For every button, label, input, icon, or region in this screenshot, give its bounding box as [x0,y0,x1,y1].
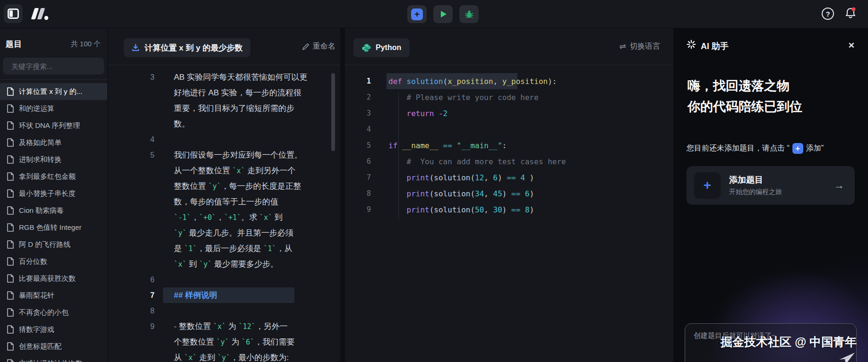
problem-list-item[interactable]: 最小替换子串长度 [0,185,107,202]
problem-item-label: 拿到最多红包金额 [19,172,76,181]
panel-left-icon [8,8,19,19]
divider [0,79,107,80]
problem-list-item[interactable]: 创意标题匹配 [0,338,107,355]
problem-list-item[interactable]: 猜数字游戏 [0,321,107,338]
problem-list-item[interactable]: 拿到最多红包金额 [0,168,107,185]
problem-item-label: 计算位置 x 到 y 的... [19,87,82,96]
help-button[interactable]: ? [822,8,834,20]
problem-list-item[interactable]: 百分位数 [0,253,107,270]
problem-list-item[interactable]: 进制求和转换 [0,151,107,168]
line-number: 3 [345,109,371,118]
markdown-line[interactable]: 数。 [108,116,340,132]
problem-list-item[interactable]: 比赛最高获胜次数 [0,270,107,287]
problem-item-label: 不再贪心的小包 [19,308,69,317]
markdown-line[interactable]: `y` 最少走几步。并且第一步必须 [108,225,340,241]
problem-sidebar: 题目 共 100 个 计算位置 x 到 y 的...和的逆运算环状 DNA 序列… [0,28,108,362]
document-icon [7,240,14,249]
markdown-line[interactable]: `x` 到 `y` 最少需要多少步。 [108,256,340,272]
rename-label: 重命名 [313,42,335,51]
markdown-line[interactable]: 重要，我们目标为了缩短所需的步 [108,101,340,116]
problem-list-item[interactable]: Cion 勒索病毒 [0,202,107,219]
markdown-line[interactable]: 7## 样例说明 [108,287,340,303]
notification-dot [852,8,856,11]
code-line[interactable]: 3 return -2 [345,105,673,121]
switch-language-label: 切换语言 [630,42,660,51]
bug-icon [464,9,474,19]
description-scrollbar[interactable] [331,73,335,151]
markdown-line[interactable]: 从 `x` 走到 `y`，最小的步数为: [108,350,340,362]
plus-icon: + [694,172,721,199]
document-icon [7,121,14,130]
problem-list-item[interactable]: 暴雨梨花针 [0,287,107,304]
plus-icon: + [411,8,423,20]
topbar-right: ? [822,7,857,21]
markdown-line[interactable]: 3AB 实验同学每天都很苦恼如何可以更 [108,69,340,85]
chat-input-box[interactable] [685,323,857,362]
search-box[interactable] [3,58,104,75]
code-line[interactable]: 4 [345,121,673,137]
markdown-editor[interactable]: 3AB 实验同学每天都很苦恼如何可以更好地进行 AB 实验，每一步的流程很重要，… [108,65,340,362]
problem-item-label: 及格如此简单 [19,138,61,147]
run-button[interactable] [433,5,453,23]
chat-input[interactable] [694,331,848,339]
problem-item-label: 猜数字游戏 [19,325,54,334]
markdown-line[interactable]: 好地进行 AB 实验，每一步的流程很 [108,85,340,101]
problem-title-tab[interactable]: 计算位置 x 到 y 的最少步数 [124,38,250,57]
code-line[interactable]: 9 print(solution(50, 30) == 8) [345,202,673,218]
markdown-line[interactable]: 个整数位置 `y` 为 `6`，我们需要 [108,334,340,350]
sidebar-toggle-button[interactable] [4,4,23,23]
add-button[interactable]: + [407,5,427,23]
notifications-button[interactable] [844,7,857,21]
problem-title: 计算位置 x 到 y 的最少步数 [145,42,243,53]
ai-panel-header: AI 助手 ✕ [673,28,868,57]
rename-button[interactable]: 重命名 [302,42,335,51]
line-number: 7 [345,173,371,182]
markdown-line[interactable]: 5我们假设每一步对应到每一个位置。 [108,147,340,163]
close-icon[interactable]: ✕ [848,41,855,51]
markdown-line[interactable]: 从一个整数位置 `x` 走到另外一个 [108,163,340,178]
code-line[interactable]: 1def solution(x_position, y_position): [345,73,673,89]
problem-list-item[interactable]: 不再贪心的小包 [0,304,107,321]
code-line[interactable]: 6 # You can add more test cases here [345,153,673,169]
pencil-icon [302,43,309,51]
sidebar-title: 题目 [6,39,22,50]
problem-list-item[interactable]: 阿 D 的飞行路线 [0,236,107,253]
code-line[interactable]: 8 print(solution(34, 45) == 6) [345,185,673,202]
markdown-line[interactable]: 8 [108,303,340,319]
problem-item-label: 创意标题匹配 [19,342,61,351]
problem-item-label: 环状 DNA 序列整理 [19,121,80,130]
ai-hint-text: 您目前还未添加题目，请点击 “ + 添加” [687,143,824,154]
switch-language-button[interactable]: ⇌ 切换语言 [619,42,660,51]
problem-list-item[interactable]: RGB 色值转 Integer [0,219,107,236]
document-icon [7,138,14,147]
search-input[interactable] [11,62,105,70]
markdown-line[interactable]: 4 [108,132,340,147]
problem-list-item[interactable]: 环状 DNA 序列整理 [0,117,107,134]
problem-list-item[interactable]: 立减计满的计价次数 [0,355,107,362]
markdown-line[interactable]: `-1`，`+0`，`+1`。求 `x` 到 [108,210,340,225]
markdown-line[interactable]: 9- 整数位置 `x` 为 `12`，另外一 [108,319,340,334]
markdown-line[interactable]: 6 [108,272,340,287]
markdown-line[interactable]: 整数位置 `y`，每一步的长度是正整 [108,178,340,194]
problem-item-label: 最小替换子串长度 [19,189,76,198]
code-line[interactable]: 7 print(solution(12, 6) == 4 ) [345,169,673,185]
document-icon [7,342,14,351]
code-line[interactable]: 2 # Please write your code here [345,89,673,105]
document-icon [7,155,14,164]
problem-list-item[interactable]: 及格如此简单 [0,134,107,151]
language-tab[interactable]: Python [353,38,410,57]
problem-item-label: 阿 D 的飞行路线 [19,240,70,249]
code-editor[interactable]: 1def solution(x_position, y_position):2 … [345,65,673,362]
code-line[interactable]: 5if __name__ == "__main__": [345,137,673,153]
markdown-line[interactable]: 是 `1`，最后一步必须是 `1`，从 [108,241,340,256]
problem-list-item[interactable]: 和的逆运算 [0,100,107,117]
document-icon [7,172,14,181]
download-icon [131,43,140,52]
line-number: 5 [108,151,155,160]
markdown-line[interactable]: 数，每步的值等于上一步的值 [108,194,340,210]
add-problem-card[interactable]: + 添加题目 开始您的编程之旅 → [687,166,855,205]
problem-item-label: RGB 色值转 Integer [19,223,82,232]
debug-button[interactable] [459,5,479,23]
problem-list-item[interactable]: 计算位置 x 到 y 的... [0,83,107,100]
document-icon [7,223,14,232]
